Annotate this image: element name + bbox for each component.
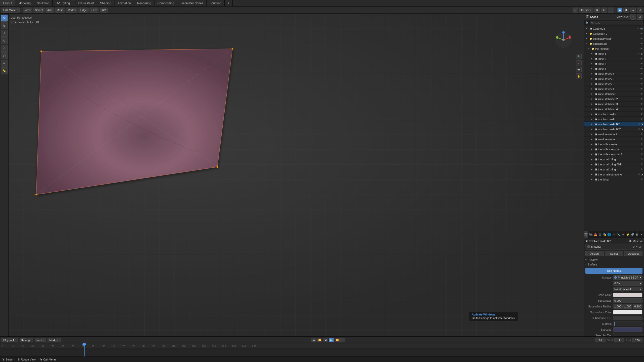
snap-btn[interactable]: ⊙ [573, 8, 578, 13]
data-icon[interactable]: ◑ [641, 128, 643, 130]
move-tool-btn[interactable]: ✛ [1, 30, 8, 37]
outliner-item-revolver-holde002[interactable]: ▶ ▣ revolver holde.002 👁 ◑ [584, 127, 644, 132]
outliner-item-small-thing[interactable]: ▶ ▣ the small thing 👁 [584, 157, 644, 162]
add-menu[interactable]: Add [46, 8, 54, 13]
eye-icon[interactable]: 👁 [640, 113, 643, 115]
select-tool-btn[interactable]: ↖ [1, 15, 8, 22]
playback-dropdown[interactable]: Playback [2, 338, 18, 342]
eye-icon[interactable]: 👁 [640, 57, 643, 60]
random-walk-dropdown[interactable]: Random Walk [613, 287, 642, 291]
eye-icon[interactable]: 👁 [640, 148, 643, 151]
zoom-out-btn[interactable]: - [576, 60, 582, 66]
eye-icon[interactable]: 👁 [638, 128, 640, 130]
props-tab-object[interactable]: ○ [612, 231, 616, 238]
data-icon2[interactable]: ◑ [641, 173, 643, 176]
scale-tool-btn[interactable]: ⤢ [1, 45, 8, 52]
cursor-tool-btn[interactable]: ⊕ [1, 22, 8, 29]
eye-icon[interactable]: 👁 [638, 123, 640, 125]
outliner-item-knife-samoola2[interactable]: ▶ ▣ the knife samoola 2 👁 [584, 152, 644, 157]
outliner-item-small-thing2[interactable]: ▶ ▣ the small thing 👁 [584, 167, 644, 172]
use-nodes-button[interactable]: Use Nodes [585, 268, 642, 274]
outliner-item-old-history[interactable]: ▶ 📁 old history stuff 👁 [584, 36, 644, 41]
filter-outliner-btn[interactable]: ⊡ [637, 14, 642, 20]
subsurface-color-swatch[interactable] [613, 310, 642, 314]
view-dropdown[interactable]: View [35, 338, 46, 342]
tab-animation[interactable]: Animation [114, 0, 134, 6]
rotate-tool-btn[interactable]: ↻ [1, 37, 8, 44]
eye-icon[interactable]: 👁 [640, 163, 643, 166]
overlay-btn[interactable]: ⊞ [601, 8, 607, 13]
tab-geometry-nodes[interactable]: Geometry Nodes [177, 0, 207, 6]
play-reverse-btn[interactable]: ◀ [323, 338, 328, 342]
material-new-icon[interactable]: ✕ [636, 245, 638, 248]
outliner-item-revolver-holde001[interactable]: ▶ ▣ revolver holde.001 👁 ◑ [584, 122, 644, 127]
select-button[interactable]: Select [605, 251, 623, 256]
outliner-item-cube003[interactable]: ▶ ▣ Cube.003 👁 📷 [584, 26, 644, 31]
eye-icon[interactable]: 👁 [640, 178, 643, 181]
outliner-item-collection2[interactable]: ▶ 📁 Collection 2 👁 [584, 31, 644, 36]
ggx-dropdown[interactable]: GGX [613, 281, 642, 286]
subsurface-radius-b[interactable]: 0.200 [633, 304, 642, 309]
props-tab-data[interactable]: ▣ [635, 231, 639, 238]
annotate-btn[interactable]: ✏ [1, 60, 8, 67]
eye-icon[interactable]: 👁 [640, 98, 643, 100]
outliner-item-knife-carrier[interactable]: ▶ ▣ the knife carrier 👁 [584, 142, 644, 147]
eye-icon[interactable]: 👁 [640, 87, 643, 90]
render-icon[interactable]: ◐ [641, 52, 643, 55]
props-tab-modifiers[interactable]: 🔧 [616, 231, 621, 238]
outliner-item-knife3[interactable]: ▶ ▣ knife 3 👁 [584, 61, 644, 66]
eye-icon[interactable]: 👁 [640, 37, 643, 40]
outliner-item-the-thing[interactable]: ▶ ▣ the thing 👁 [584, 177, 644, 182]
tab-modeling[interactable]: Modeling [15, 0, 34, 6]
props-tab-physics[interactable]: ⚡ [626, 231, 630, 238]
tab-texture-paint[interactable]: Texture Paint [73, 0, 97, 6]
current-frame-field[interactable]: 81 [595, 338, 606, 342]
eye-icon[interactable]: 👁 [640, 118, 643, 120]
outliner-item-revolver-holder[interactable]: ▶ ▣ revolver holder 👁 [584, 112, 644, 117]
props-tab-constraints[interactable]: 🔗 [630, 231, 635, 238]
uv-menu[interactable]: UV [100, 8, 108, 13]
tab-sculpting[interactable]: Sculpting [34, 0, 53, 6]
eye-icon[interactable]: 👁 [640, 42, 643, 45]
keying-dropdown[interactable]: Keying [20, 338, 33, 342]
base-color-swatch[interactable] [613, 293, 642, 297]
solid-mode-btn[interactable]: ■ [617, 8, 623, 13]
playhead[interactable] [84, 343, 85, 356]
outliner-item-knife-samoola1[interactable]: ▶ ▣ the knife samoola 1 👁 [584, 147, 644, 152]
jump-start-btn[interactable]: ⏮ [311, 338, 316, 342]
timeline-ruler[interactable]: 0 10 20 30 40 50 60 70 80 90 100 110 120… [0, 343, 644, 356]
end-frame-field[interactable]: 250 [632, 338, 642, 342]
marker-dropdown[interactable]: Marker [48, 338, 61, 342]
outliner-item-background[interactable]: ▼ 📁 background 👁 [584, 41, 644, 46]
outliner-item-knife-stabilizer4[interactable]: ▶ ▣ knife stabilizer 4 👁 [584, 107, 644, 112]
tab-shading[interactable]: Shading [97, 0, 114, 6]
camera-btn[interactable]: 📷 [576, 67, 582, 72]
jump-end-btn[interactable]: ⏭ [340, 338, 345, 342]
subsurface-value[interactable]: 0.000 [613, 298, 642, 303]
measure-btn[interactable]: 📏 [1, 67, 8, 74]
props-tab-particles[interactable]: ✦ [621, 231, 625, 238]
xray-btn[interactable]: ◫ [608, 8, 614, 13]
tab-scripting[interactable]: Scripting [207, 0, 225, 6]
props-tab-output[interactable]: 📤 [593, 231, 598, 238]
outliner-item-small-thing001[interactable]: ▶ ▣ the small thing.001 👁 [584, 162, 644, 167]
eye-icon[interactable]: 👁 [640, 32, 643, 35]
props-tab-scene-props[interactable]: 🎭 [602, 231, 607, 238]
tab-compositing[interactable]: Compositing [154, 0, 178, 6]
eye-icon[interactable]: 👁 [640, 158, 643, 161]
material-selector[interactable]: Material ⊕ ✕ ⊡ [585, 244, 642, 250]
specular-tint-value[interactable] [613, 333, 642, 336]
next-frame-btn[interactable]: ⏩ [335, 338, 340, 342]
outliner-item-knife2[interactable]: ▶ ▣ knife 2 👁 [584, 56, 644, 61]
zoom-in-btn[interactable]: 🔍 [576, 54, 582, 59]
metallic-value[interactable] [613, 322, 642, 326]
outliner-item-small-revolver[interactable]: ▶ ▣ small revolver 👁 [584, 137, 644, 142]
outliner-item-knife-safety3[interactable]: ▶ ▣ knife safety 3 👁 [584, 81, 644, 86]
preview-section-header[interactable]: Preview [585, 258, 642, 262]
material-mode-btn[interactable]: ◑ [623, 8, 629, 13]
data-icon[interactable]: ◑ [641, 123, 643, 125]
face-menu[interactable]: Face [90, 8, 99, 13]
eye-icon[interactable]: 👁 [638, 52, 640, 55]
eye-icon[interactable]: 👁 [640, 82, 643, 85]
pan-btn[interactable]: ✋ [576, 73, 582, 79]
